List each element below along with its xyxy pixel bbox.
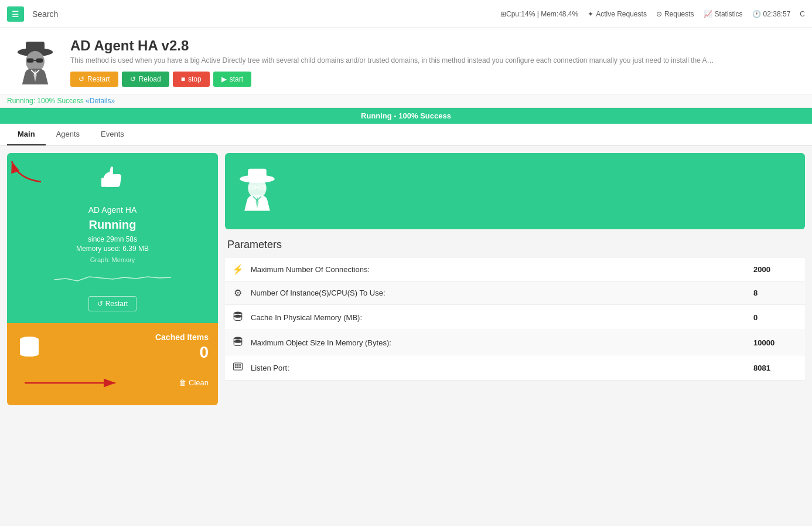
- running-banner: Running - 100% Success: [0, 108, 812, 124]
- hamburger-button[interactable]: ☰: [7, 6, 24, 22]
- restart-button[interactable]: ↺ Restart: [70, 72, 118, 87]
- restart-icon: ↺: [79, 75, 84, 83]
- svg-rect-29: [235, 366, 237, 368]
- service-restart-button[interactable]: ↺ Restart: [88, 296, 137, 311]
- svg-point-23: [234, 337, 242, 340]
- svg-rect-8: [101, 178, 105, 187]
- lightning-icon: ⚡: [230, 264, 246, 275]
- extra-icon: C: [800, 10, 805, 18]
- header-buttons: ↺ Restart ↺ Reload ■ stop ▶ start: [70, 72, 800, 87]
- svg-rect-26: [235, 364, 237, 365]
- db-icon-2: [230, 336, 246, 349]
- param-label-port: Listen Port:: [246, 364, 753, 372]
- requests-icon: ⊙: [656, 10, 662, 18]
- param-value-port: 8081: [753, 364, 800, 372]
- service-uptime: since 29mn 58s: [16, 235, 209, 243]
- parameters-title: Parameters: [225, 239, 805, 251]
- start-button[interactable]: ▶ start: [213, 72, 251, 87]
- param-row-max-obj: Maximum Object Size In Memory (Bytes): 1…: [225, 330, 805, 355]
- database-icon: [16, 335, 43, 366]
- clock-time: 02:38:57: [763, 10, 791, 18]
- service-name: AD Agent HA: [16, 205, 209, 215]
- db-icon-1: [230, 311, 246, 324]
- reload-label: Reload: [139, 75, 161, 83]
- memory-graph: [36, 268, 189, 286]
- active-requests-link[interactable]: ✦ Active Requests: [588, 10, 647, 18]
- clean-cache-button[interactable]: 🗑 Clean: [179, 378, 209, 387]
- service-status-card: AD Agent HA Running since 29mn 58s Memor…: [7, 153, 218, 323]
- cache-card-bottom: 🗑 Clean: [16, 378, 209, 387]
- port-icon: [230, 361, 246, 374]
- stop-icon: ■: [181, 75, 185, 83]
- main-content: AD Agent HA Running since 29mn 58s Memor…: [0, 146, 812, 412]
- param-label-instances: Number Of Instance(S)/CPU(S) To Use:: [246, 289, 753, 297]
- service-running-status: Running: [16, 218, 209, 232]
- cache-card: Cached Items 0: [7, 323, 218, 405]
- trash-icon: 🗑: [179, 378, 186, 387]
- statistics-label: Statistics: [715, 10, 743, 18]
- cache-count: 0: [155, 343, 209, 362]
- cache-label: Cached Items: [155, 332, 209, 342]
- left-panel: AD Agent HA Running since 29mn 58s Memor…: [7, 153, 218, 405]
- tab-agents[interactable]: Agents: [46, 124, 90, 145]
- param-row-port: Listen Port: 8081: [225, 355, 805, 381]
- active-requests-label: Active Requests: [596, 10, 647, 18]
- svg-rect-18: [258, 185, 265, 189]
- svg-point-24: [234, 340, 242, 343]
- tabs-bar: Main Agents Events: [0, 124, 812, 146]
- reload-icon: ↺: [130, 75, 136, 83]
- param-label-connections: Maximum Number Of Connections:: [246, 265, 753, 274]
- service-memory: Memory used: 6.39 MB: [16, 245, 209, 253]
- param-row-connections: ⚡ Maximum Number Of Connections: 2000: [225, 258, 805, 281]
- stop-label: stop: [188, 75, 202, 83]
- navbar-brand: ☰ Search: [7, 6, 58, 22]
- right-panel: Parameters ⚡ Maximum Number Of Connectio…: [225, 153, 805, 381]
- status-bar: Running: 100% Success «Details»: [0, 94, 812, 108]
- start-icon: ▶: [221, 75, 227, 83]
- param-value-max-obj: 10000: [753, 338, 800, 347]
- clock-indicator: 🕐 02:38:57: [752, 10, 791, 18]
- stop-button[interactable]: ■ stop: [173, 72, 210, 87]
- arrow-annotation-clean: [25, 374, 130, 393]
- details-link[interactable]: «Details»: [86, 97, 115, 105]
- service-restart-label: Restart: [105, 300, 128, 308]
- requests-label: Requests: [664, 10, 694, 18]
- start-label: start: [230, 75, 243, 83]
- svg-rect-31: [239, 366, 241, 368]
- clean-label: Clean: [189, 378, 209, 387]
- svg-rect-17: [249, 185, 255, 189]
- reload-button[interactable]: ↺ Reload: [122, 72, 169, 87]
- statistics-link[interactable]: 📈 Statistics: [704, 10, 743, 18]
- header-section: AD Agent HA v2.8 This method is used whe…: [0, 28, 812, 94]
- tab-main[interactable]: Main: [7, 124, 46, 145]
- svg-rect-30: [237, 366, 239, 368]
- param-value-cache-mem: 0: [753, 313, 800, 322]
- svg-rect-4: [36, 59, 43, 63]
- cpu-icon: ⚙: [230, 287, 246, 298]
- navbar-search-label: Search: [32, 9, 58, 19]
- agent-avatar-icon: [12, 38, 59, 84]
- param-value-connections: 2000: [753, 265, 800, 274]
- param-label-max-obj: Maximum Object Size In Memory (Bytes):: [246, 338, 753, 347]
- thumbs-up-icon: [16, 165, 209, 199]
- svg-rect-28: [239, 364, 241, 365]
- restart-label: Restart: [87, 75, 110, 83]
- svg-point-21: [234, 312, 242, 315]
- param-row-cache-mem: Cache In Physical Memory (MB): 0: [225, 305, 805, 330]
- parameters-section: Parameters ⚡ Maximum Number Of Connectio…: [225, 239, 805, 381]
- navbar: ☰ Search ⊞Cpu:14% | Mem:48.4% ✦ Active R…: [0, 0, 812, 28]
- statistics-icon: 📈: [704, 10, 712, 18]
- requests-link[interactable]: ⊙ Requests: [656, 10, 694, 18]
- svg-rect-3: [27, 59, 34, 63]
- graph-label: Graph: Memory: [16, 256, 209, 263]
- param-label-cache-mem: Cache In Physical Memory (MB):: [246, 313, 753, 322]
- svg-point-11: [20, 351, 39, 357]
- status-text: Running: 100% Success: [7, 97, 84, 105]
- param-row-instances: ⚙ Number Of Instance(S)/CPU(S) To Use: 8: [225, 281, 805, 305]
- cache-label-group: Cached Items 0: [155, 332, 209, 362]
- svg-point-22: [234, 315, 242, 318]
- tab-events[interactable]: Events: [90, 124, 135, 145]
- param-value-instances: 8: [753, 289, 800, 297]
- restart-cycle-icon: ↺: [97, 300, 103, 308]
- navbar-right: ⊞Cpu:14% | Mem:48.4% ✦ Active Requests ⊙…: [500, 10, 805, 18]
